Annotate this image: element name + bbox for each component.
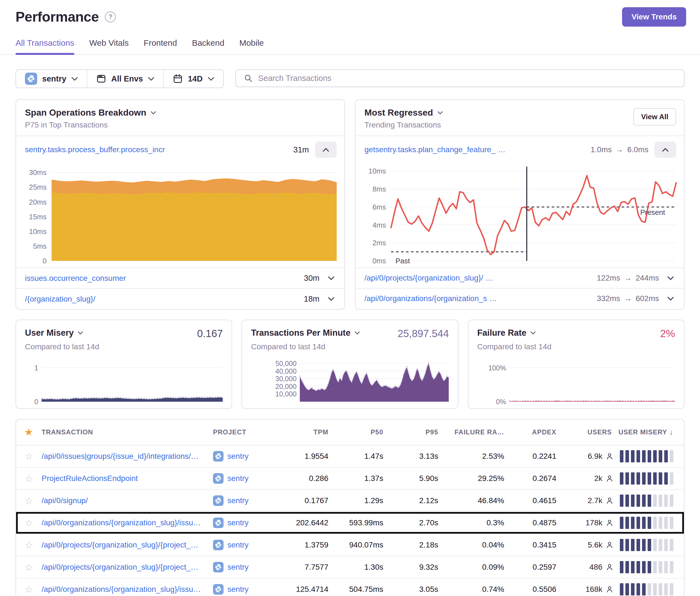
span-op-duration: 18m [304, 294, 320, 304]
table-row: ☆/api/0/organizations/{organization_slug… [16, 578, 684, 596]
p95-value: 2.18s [385, 541, 441, 549]
star-icon[interactable]: ☆ [16, 584, 42, 595]
span-op-duration: 31m [294, 145, 309, 154]
search-transactions-input[interactable]: Search Transactions [235, 69, 684, 87]
p50-value: 1.30s [331, 563, 385, 572]
failure-rate-dropdown[interactable]: Failure Rate [477, 328, 536, 338]
failure-rate-card: Failure Rate 2% Compared to last 14d 100… [468, 320, 684, 409]
project-link[interactable]: sentry [227, 518, 249, 527]
python-project-icon [213, 540, 224, 550]
present-label: Present [640, 208, 665, 217]
collapse-button[interactable] [654, 141, 676, 158]
failure-rate-value: 0.74% [441, 585, 506, 594]
transaction-link[interactable]: ProjectRuleActionsEndpoint [42, 474, 206, 483]
star-icon[interactable]: ☆ [16, 451, 42, 462]
column-transaction[interactable]: TRANSACTION [42, 428, 213, 436]
star-icon[interactable]: ☆ [16, 473, 42, 484]
view-trends-button[interactable]: View Trends [622, 7, 686, 27]
card-subtitle: Compared to last 14d [25, 342, 223, 351]
transaction-link[interactable]: /api/0/signup/ [42, 496, 206, 505]
python-project-icon [213, 518, 224, 528]
chevron-down-icon [328, 297, 334, 301]
python-project-icon [213, 584, 224, 595]
transaction-link[interactable]: /api/0/issues|groups/{issue_id}/integrat… [42, 452, 206, 461]
card-title: User Misery [25, 328, 74, 338]
star-icon[interactable]: ☆ [16, 517, 42, 528]
chevron-down-icon [78, 331, 83, 335]
search-placeholder: Search Transactions [258, 74, 331, 83]
project-link[interactable]: sentry [227, 541, 249, 549]
p50-value: 504.75ms [331, 585, 385, 594]
date-range-filter[interactable]: 14D [164, 70, 223, 87]
regression-from: 1.0ms [591, 145, 612, 154]
tab-frontend[interactable]: Frontend [144, 38, 177, 54]
span-op-link[interactable]: sentry.tasks.process_buffer.process_incr [25, 145, 165, 154]
column-user-misery[interactable]: USER MISERY ↓ [614, 428, 684, 437]
project-link[interactable]: sentry [227, 585, 249, 594]
tpm-card: Transactions Per Minute 25,897.544 Compa… [242, 320, 458, 409]
span-op-link[interactable]: /{organization_slug}/ [25, 295, 95, 304]
regressed-transaction-link[interactable]: /api/0/projects/{organization_slug}/ … [365, 274, 493, 283]
column-project[interactable]: PROJECT [213, 428, 283, 436]
star-icon[interactable]: ☆ [16, 540, 42, 550]
regressed-row: /api/0/projects/{organization_slug}/ … 1… [355, 267, 684, 288]
user-icon [606, 497, 614, 504]
user-misery-dropdown[interactable]: User Misery [25, 328, 83, 338]
user-misery-bars [620, 517, 673, 529]
tab-all-transactions[interactable]: All Transactions [16, 38, 74, 54]
regressed-transaction-link[interactable]: getsentry.tasks.plan_change_feature_ … [365, 145, 505, 154]
tab-web-vitals[interactable]: Web Vitals [89, 38, 129, 54]
p95-value: 2.70s [385, 518, 441, 527]
environment-filter[interactable]: All Envs [88, 70, 164, 87]
span-ops-title-dropdown[interactable]: Span Operations Breakdown [25, 108, 335, 118]
collapse-button[interactable] [315, 141, 337, 158]
column-p95[interactable]: P95 [385, 428, 441, 436]
tab-mobile[interactable]: Mobile [239, 38, 264, 54]
panel-subtitle: P75 in Top Transactions [25, 121, 335, 129]
card-title: Transactions Per Minute [251, 328, 350, 338]
column-users[interactable]: USERS [558, 428, 614, 436]
expand-button[interactable] [326, 276, 337, 280]
python-project-icon [25, 73, 37, 85]
help-icon[interactable]: ? [105, 11, 116, 22]
expand-button[interactable] [665, 276, 676, 280]
span-op-link[interactable]: issues.occurrence_consumer [25, 274, 126, 283]
chevron-down-icon [667, 296, 674, 301]
apdex-value: 0.5506 [506, 585, 558, 594]
project-link[interactable]: sentry [227, 452, 249, 461]
environments-icon [96, 74, 106, 84]
column-apdex[interactable]: APDEX [506, 428, 558, 436]
transaction-link[interactable]: /api/0/projects/{organization_slug}/{pro… [42, 563, 206, 572]
most-regressed-panel: Most Regressed Trending Transactions Vie… [355, 99, 684, 310]
transaction-link[interactable]: /api/0/projects/{organization_slug}/{pro… [42, 541, 206, 549]
transaction-link[interactable]: /api/0/organizations/{organization_slug}… [42, 585, 206, 594]
project-link[interactable]: sentry [227, 563, 249, 572]
star-icon[interactable]: ☆ [16, 562, 42, 573]
column-failure-rate[interactable]: FAILURE RA… [441, 428, 506, 436]
tpm-dropdown[interactable]: Transactions Per Minute [251, 328, 360, 338]
users-value: 5.6k [588, 541, 602, 549]
column-p50[interactable]: P50 [331, 428, 385, 436]
p50-value: 593.99ms [331, 518, 385, 527]
card-title: Failure Rate [477, 328, 526, 338]
p50-value: 1.29s [331, 496, 385, 505]
starred-column-icon[interactable]: ★ [24, 426, 33, 438]
p50-value: 940.07ms [331, 541, 385, 549]
regressed-transaction-link[interactable]: /api/0/organizations/{organization_s … [365, 294, 497, 303]
panel-subtitle: Trending Transactions [365, 121, 675, 129]
star-icon[interactable]: ☆ [16, 495, 42, 506]
expand-button[interactable] [326, 297, 337, 301]
project-filter[interactable]: sentry [16, 70, 88, 87]
project-link[interactable]: sentry [227, 474, 249, 483]
tab-backend[interactable]: Backend [192, 38, 224, 54]
python-project-icon [213, 473, 224, 484]
column-tpm[interactable]: TPM [283, 428, 331, 436]
user-icon [606, 474, 614, 482]
user-icon [606, 452, 614, 460]
users-value: 178k [585, 518, 602, 527]
expand-button[interactable] [665, 296, 676, 301]
project-link[interactable]: sentry [227, 496, 249, 505]
view-all-button[interactable]: View All [633, 108, 676, 126]
most-regressed-title-dropdown[interactable]: Most Regressed [365, 108, 675, 118]
transaction-link[interactable]: /api/0/organizations/{organization_slug}… [42, 518, 206, 527]
